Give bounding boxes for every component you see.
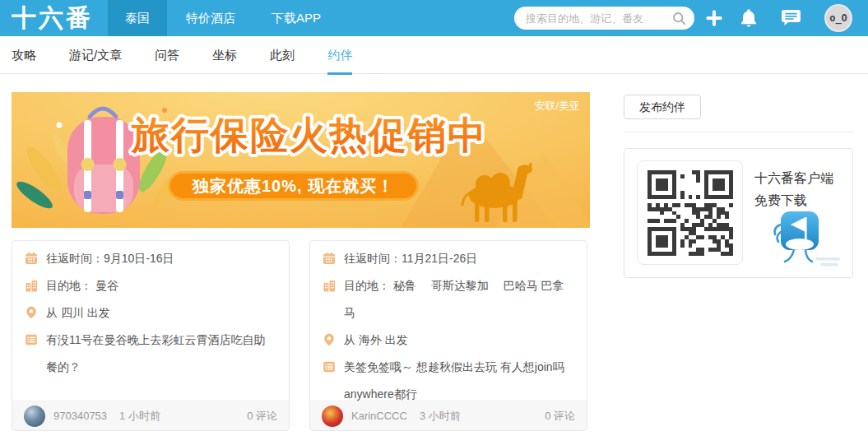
header-tab-download-app[interactable]: 下载APP: [254, 0, 338, 36]
plus-icon[interactable]: [704, 9, 724, 27]
post-note: 美签免签哦～ 想趁秋假出去玩 有人想join吗 anywhere都行: [344, 354, 573, 401]
qr-code: [637, 160, 743, 265]
header-tab-hotel-deals[interactable]: 特价酒店: [169, 0, 253, 36]
companion-posts: 往返时间：9月10日-16日: [12, 240, 590, 431]
companion-post-card[interactable]: 往返时间：9月10日-16日: [12, 240, 290, 431]
post-footer: KarinCCCC 3 小时前 0 评论: [310, 401, 587, 430]
tab-companions[interactable]: 约伴: [327, 36, 352, 74]
tab-travelogues[interactable]: 游记/文章: [69, 36, 122, 74]
banner-title-text: 旅行保险火热促销中: [130, 114, 487, 156]
site-logo[interactable]: 十六番: [12, 2, 93, 35]
right-sidebar: 发布约伴 十六番客户端 免费下载: [624, 92, 853, 431]
app-download-text: 十六番客户端 免费下载: [754, 167, 833, 211]
post-footer: 970340753 1 小时前 0 评论: [12, 401, 289, 430]
tab-coordinates[interactable]: 坐标: [212, 36, 237, 74]
search-box: [514, 7, 694, 30]
poster-username[interactable]: KarinCCCC: [351, 410, 407, 422]
location-pin-icon: [25, 306, 38, 319]
top-header: 十六番 泰国 特价酒店 下载APP: [0, 0, 868, 36]
post-comment-count: 0 评论: [545, 409, 575, 424]
companion-post-card[interactable]: 往返时间：11月21日-26日: [309, 240, 587, 431]
post-note: 有没11号在曼谷晚上去彩虹云霄酒店吃自助餐的？: [46, 327, 276, 381]
post-comment-count: 0 评论: [247, 409, 277, 424]
app-mascot-icon: [769, 206, 850, 276]
left-column: 安联/美亚 旅行保险火热促销中 独家优惠10%, 现在就买！: [12, 92, 590, 431]
tab-qna[interactable]: 问答: [155, 36, 179, 74]
camel-illustration: [452, 161, 550, 223]
post-time-row: 往返时间：9月10日-16日: [25, 245, 276, 272]
post-note-row: 美签免签哦～ 想趁秋假出去玩 有人想join吗 anywhere都行: [323, 354, 573, 401]
note-icon: [323, 360, 336, 373]
banner-offer-pill: 独家优惠10%, 现在就买！: [168, 171, 419, 201]
poster-username[interactable]: 970340753: [53, 410, 107, 422]
main-content: 安联/美亚 旅行保险火热促销中 独家优惠10%, 现在就买！: [0, 74, 868, 431]
bell-icon[interactable]: [739, 8, 759, 28]
search-icon[interactable]: [672, 12, 686, 25]
post-age: 1 小时前: [119, 409, 160, 424]
banner-brand-badge: 安联/美亚: [534, 99, 580, 114]
post-destination-row: 目的地： 曼谷: [25, 272, 276, 299]
app-download-card: 十六番客户端 免费下载: [624, 148, 853, 278]
location-pin-icon: [323, 333, 336, 346]
insurance-promo-banner[interactable]: 安联/美亚 旅行保险火热促销中 独家优惠10%, 现在就买！: [12, 92, 590, 228]
tab-moments[interactable]: 此刻: [270, 36, 295, 74]
calendar-icon: [323, 252, 336, 265]
poster-avatar[interactable]: [322, 406, 343, 427]
sidebar-divider: [624, 132, 853, 132]
header-tab-thailand[interactable]: 泰国: [108, 0, 167, 36]
post-departure: 从 四川 出发: [46, 299, 276, 327]
post-departure-row: 从 四川 出发: [25, 299, 276, 327]
post-destination: 目的地： 秘鲁 哥斯达黎加 巴哈马 巴拿马: [344, 272, 573, 327]
user-avatar[interactable]: o_O: [824, 4, 852, 32]
search-input[interactable]: [526, 12, 672, 25]
section-nav: 攻略 游记/文章 问答 坐标 此刻 约伴: [0, 36, 868, 74]
buildings-icon: [323, 279, 336, 292]
buildings-icon: [25, 279, 38, 292]
post-time: 往返时间：9月10日-16日: [46, 245, 276, 272]
post-destination: 目的地： 曼谷: [46, 272, 276, 299]
post-departure-row: 从 海外 出发: [323, 327, 573, 354]
poster-avatar[interactable]: [24, 406, 45, 427]
app-download-line1: 十六番客户端: [754, 167, 833, 189]
tab-guides[interactable]: 攻略: [12, 36, 36, 74]
note-icon: [25, 333, 38, 346]
calendar-icon: [25, 252, 38, 265]
post-time-row: 往返时间：11月21日-26日: [323, 245, 573, 272]
post-age: 3 小时前: [420, 409, 461, 424]
post-departure: 从 海外 出发: [344, 327, 573, 354]
post-body: 往返时间：9月10日-16日: [12, 241, 289, 401]
post-note-row: 有没11号在曼谷晚上去彩虹云霄酒店吃自助餐的？: [25, 327, 276, 381]
banner-title: 旅行保险火热促销中: [125, 102, 520, 165]
chat-icon[interactable]: [780, 9, 801, 27]
post-time: 往返时间：11月21日-26日: [344, 245, 573, 272]
publish-companion-button[interactable]: 发布约伴: [624, 95, 701, 119]
post-destination-row: 目的地： 秘鲁 哥斯达黎加 巴哈马 巴拿马: [323, 272, 573, 327]
post-body: 往返时间：11月21日-26日: [310, 241, 587, 401]
